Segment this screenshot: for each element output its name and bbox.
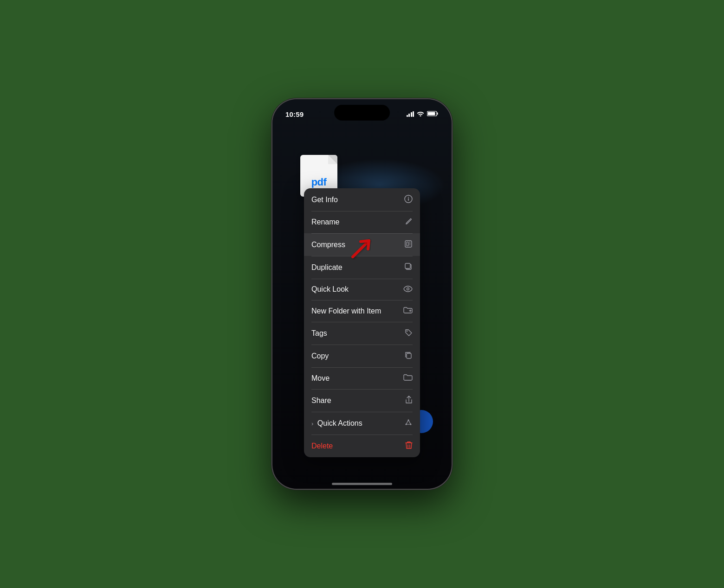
quick-actions-icon — [404, 418, 413, 428]
signal-icon — [407, 111, 414, 117]
menu-item-move[interactable]: Move — [304, 367, 420, 389]
svg-rect-1 — [437, 113, 438, 115]
info-icon — [404, 195, 413, 205]
share-icon — [405, 396, 413, 405]
svg-rect-7 — [407, 242, 408, 246]
battery-icon — [427, 110, 439, 118]
home-indicator[interactable] — [332, 483, 392, 485]
menu-label-compress: Compress — [311, 241, 345, 249]
svg-rect-2 — [428, 112, 435, 115]
tag-icon — [404, 328, 413, 338]
menu-label-duplicate: Duplicate — [311, 263, 343, 272]
menu-label-move: Move — [311, 374, 330, 383]
menu-label-rename: Rename — [311, 218, 339, 226]
menu-label-copy: Copy — [311, 352, 329, 360]
svg-rect-17 — [407, 353, 411, 358]
menu-item-duplicate[interactable]: Duplicate — [304, 256, 420, 279]
svg-point-5 — [408, 197, 409, 198]
new-folder-icon — [403, 307, 413, 315]
menu-item-share[interactable]: Share — [304, 389, 420, 412]
menu-item-rename[interactable]: Rename — [304, 211, 420, 233]
menu-label-quick-actions: › Quick Actions — [311, 419, 362, 428]
menu-item-quick-actions[interactable]: › Quick Actions — [304, 412, 420, 435]
svg-rect-4 — [408, 198, 409, 201]
wifi-icon — [417, 110, 424, 118]
menu-label-delete: Delete — [311, 442, 333, 450]
menu-item-get-info[interactable]: Get Info — [304, 188, 420, 211]
menu-label-quick-look: Quick Look — [311, 285, 349, 294]
compress-icon — [404, 240, 413, 249]
menu-item-tags[interactable]: Tags — [304, 322, 420, 345]
phone-device: 10:59 — [272, 98, 452, 490]
trash-icon — [405, 441, 413, 451]
menu-label-new-folder: New Folder with Item — [311, 307, 381, 315]
dynamic-island — [334, 105, 390, 121]
copy-icon — [404, 351, 413, 361]
context-menu: Get Info Rename Compre — [304, 188, 420, 457]
svg-point-16 — [407, 331, 407, 332]
menu-item-compress[interactable]: Compress — [304, 233, 420, 256]
status-time: 10:59 — [285, 110, 304, 118]
pdf-label: pdf — [300, 176, 337, 188]
menu-label-share: Share — [311, 396, 331, 405]
menu-label-get-info: Get Info — [311, 196, 338, 204]
svg-line-21 — [406, 420, 408, 424]
eye-icon — [403, 286, 413, 294]
svg-point-13 — [407, 288, 409, 290]
menu-item-quick-look[interactable]: Quick Look — [304, 279, 420, 300]
chevron-right-icon: › — [311, 420, 313, 427]
svg-line-22 — [408, 420, 411, 424]
pencil-icon — [405, 217, 413, 227]
duplicate-icon — [404, 262, 413, 272]
status-icons — [407, 110, 439, 118]
menu-label-tags: Tags — [311, 329, 327, 338]
menu-item-delete[interactable]: Delete — [304, 435, 420, 457]
menu-item-copy[interactable]: Copy — [304, 345, 420, 367]
menu-item-new-folder[interactable]: New Folder with Item — [304, 300, 420, 322]
svg-rect-12 — [405, 263, 410, 268]
phone-screen: 10:59 — [272, 99, 452, 489]
move-folder-icon — [403, 374, 413, 383]
